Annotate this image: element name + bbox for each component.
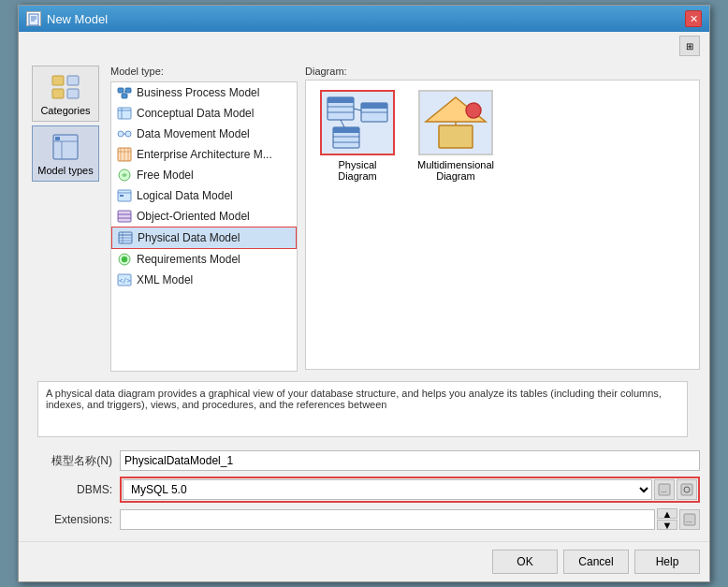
svg-rect-7 xyxy=(67,89,79,98)
extensions-browse-button[interactable]: ... xyxy=(679,509,700,530)
dbms-row: DBMS: MySQL 5.0 ... xyxy=(28,477,700,503)
name-row: 模型名称(N) xyxy=(28,450,700,471)
description-container: A physical data diagram provides a graph… xyxy=(28,381,700,437)
extensions-row: Extensions: ▲ ▼ ... xyxy=(28,508,700,530)
physical-diagram-label: PhysicalDiagram xyxy=(338,159,377,182)
model-types-button[interactable]: Model types xyxy=(32,125,99,182)
svg-rect-49 xyxy=(361,103,387,109)
extensions-container: ▲ ▼ ... xyxy=(120,508,700,530)
svg-point-41 xyxy=(122,257,127,262)
list-item-cdm[interactable]: Conceptual Data Model xyxy=(111,103,297,124)
model-type-label: Model type: xyxy=(110,66,298,77)
multidimensional-diagram-thumb[interactable] xyxy=(418,90,493,155)
svg-rect-6 xyxy=(67,76,79,85)
view-toggle-button[interactable]: ⊞ xyxy=(679,36,700,56)
svg-rect-32 xyxy=(118,211,131,222)
description-scrollbar[interactable] xyxy=(687,381,700,437)
ok-button[interactable]: OK xyxy=(492,550,558,574)
svg-rect-17 xyxy=(118,108,131,119)
diagram-item-physical[interactable]: PhysicalDiagram xyxy=(315,90,400,182)
extensions-label: Extensions: xyxy=(28,513,112,526)
categories-label: Categories xyxy=(40,105,90,116)
list-item-pdm[interactable]: Physical Data Model xyxy=(111,227,297,249)
name-label: 模型名称(N) xyxy=(28,453,112,469)
list-item-xml[interactable]: </> XML Model xyxy=(111,270,297,290)
list-item-dmm[interactable]: Data Movement Model xyxy=(111,124,297,144)
dbms-select-container: MySQL 5.0 ... xyxy=(120,477,700,503)
diagram-panel: Diagram: xyxy=(305,66,700,372)
form-section: 模型名称(N) DBMS: MySQL 5.0 ... Extensions: xyxy=(19,443,709,537)
svg-rect-58 xyxy=(439,125,473,148)
title-bar: New Model ✕ xyxy=(19,6,709,32)
svg-line-56 xyxy=(341,120,344,127)
svg-rect-45 xyxy=(328,97,354,103)
list-item-req[interactable]: Requirements Model xyxy=(111,249,297,270)
svg-rect-63 xyxy=(681,484,692,495)
svg-rect-13 xyxy=(125,88,131,93)
dbms-label: DBMS: xyxy=(28,483,112,496)
list-item-oom[interactable]: Object-Oriented Model xyxy=(111,206,297,227)
help-button[interactable]: Help xyxy=(634,550,700,574)
physical-diagram-thumb[interactable] xyxy=(320,90,395,155)
diagram-area: PhysicalDiagram xyxy=(305,80,700,370)
multidimensional-diagram-label: MultidimensionalDiagram xyxy=(417,159,494,182)
svg-rect-12 xyxy=(118,88,124,93)
svg-line-55 xyxy=(354,109,361,110)
close-button[interactable]: ✕ xyxy=(685,10,702,27)
model-types-label: Model types xyxy=(37,165,93,176)
extensions-field xyxy=(120,509,655,530)
categories-button[interactable]: Categories xyxy=(32,66,99,122)
left-panel: Categories Model types xyxy=(28,66,103,372)
title-bar-left: New Model xyxy=(26,11,108,26)
svg-point-59 xyxy=(466,103,481,118)
svg-rect-0 xyxy=(29,14,38,25)
svg-text:</>: </> xyxy=(119,277,131,285)
svg-rect-4 xyxy=(52,76,64,85)
dbms-config-button[interactable] xyxy=(677,479,697,500)
top-section: Categories Model types Model type: Busin… xyxy=(19,56,709,381)
svg-point-21 xyxy=(125,131,131,137)
svg-text:...: ... xyxy=(661,486,667,494)
toolbar-top: ⊞ xyxy=(19,32,709,56)
list-item-free[interactable]: Free Model xyxy=(111,165,297,185)
svg-rect-31 xyxy=(120,195,124,197)
dbms-select[interactable]: MySQL 5.0 xyxy=(123,479,652,500)
dialog-title: New Model xyxy=(47,12,108,26)
cancel-button[interactable]: Cancel xyxy=(563,550,629,574)
dialog-icon xyxy=(26,11,41,26)
svg-point-20 xyxy=(118,131,124,137)
name-input[interactable] xyxy=(120,450,700,471)
description-text: A physical data diagram provides a graph… xyxy=(37,381,691,437)
svg-text:...: ... xyxy=(686,516,692,524)
extensions-spinners: ▲ ▼ xyxy=(657,508,677,530)
diagram-label: Diagram: xyxy=(305,66,700,77)
svg-rect-14 xyxy=(122,94,127,98)
model-list: Business Process Model Conceptual Data M… xyxy=(110,81,298,372)
new-model-dialog: New Model ✕ ⊞ Categories xyxy=(18,5,710,582)
dbms-browse-button[interactable]: ... xyxy=(654,479,675,500)
list-item-eam[interactable]: Enterprise Architecture M... xyxy=(111,144,297,165)
list-item-ldm[interactable]: Logical Data Model xyxy=(111,185,297,206)
svg-rect-11 xyxy=(55,137,60,140)
model-type-section: Model type: Business Process Model Conce… xyxy=(110,66,298,372)
bottom-bar: OK Cancel Help xyxy=(19,541,709,581)
extensions-down-button[interactable]: ▼ xyxy=(657,520,677,530)
diagram-item-multidimensional[interactable]: MultidimensionalDiagram xyxy=(414,90,498,182)
extensions-up-button[interactable]: ▲ xyxy=(657,508,677,519)
list-item-bpm[interactable]: Business Process Model xyxy=(111,82,297,103)
svg-rect-52 xyxy=(333,127,359,133)
svg-rect-5 xyxy=(52,89,64,98)
